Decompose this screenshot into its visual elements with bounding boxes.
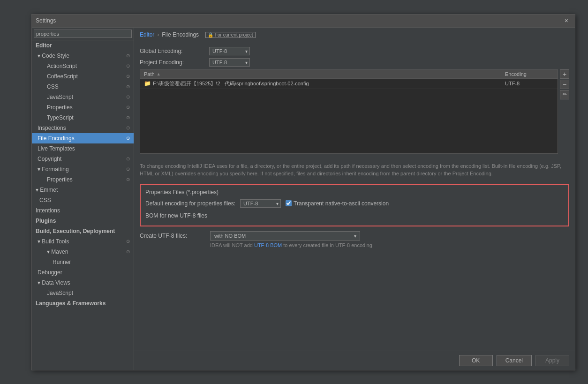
copy-icon: ⊙ bbox=[126, 125, 130, 130]
sidebar-item-emmet[interactable]: ▾ Emmet bbox=[32, 185, 134, 195]
project-encoding-select-wrapper: UTF-8 UTF-16 ISO-8859-1 bbox=[209, 58, 250, 67]
sidebar-item-build-tools[interactable]: ▾ Build Tools ⊙ bbox=[32, 236, 134, 247]
sidebar-item-build-exec[interactable]: Build, Execution, Deployment bbox=[32, 226, 134, 236]
info-text: To change encoding IntelliJ IDEA uses fo… bbox=[140, 160, 569, 180]
properties-section: Properties Files (*.properties) Default … bbox=[140, 184, 569, 226]
bom-note-link[interactable]: UTF-8 BOM bbox=[254, 242, 282, 248]
sidebar-item-live-templates[interactable]: Live Templates bbox=[32, 143, 134, 154]
settings-icon: ⊙ bbox=[126, 53, 130, 58]
sidebar-item-formatting[interactable]: ▾ Formatting ⊙ bbox=[32, 164, 134, 174]
sidebar-item-runner[interactable]: Runner bbox=[32, 257, 134, 267]
transparent-checkbox-label[interactable]: Transparent native-to-ascii conversion bbox=[286, 200, 389, 207]
breadcrumb-current: File Encodings bbox=[162, 31, 199, 38]
sidebar-item-properties2[interactable]: Properties ⊙ bbox=[32, 174, 134, 185]
bom-row: Create UTF-8 files: with NO BOM with BOM bbox=[140, 231, 569, 241]
sidebar-item-label: ▾ Emmet bbox=[36, 187, 58, 193]
sidebar-item-inspections[interactable]: Inspections ⊙ bbox=[32, 123, 134, 133]
copy-icon: ⊙ bbox=[126, 177, 130, 182]
copy-icon: ⊙ bbox=[126, 74, 130, 79]
global-encoding-select-wrapper: UTF-8 UTF-16 ISO-8859-1 bbox=[209, 47, 250, 55]
properties-section-title: Properties Files (*.properties) bbox=[145, 189, 564, 196]
breadcrumb-editor[interactable]: Editor bbox=[140, 31, 154, 38]
sidebar-item-label: Copyright bbox=[38, 156, 61, 162]
sidebar-item-editor[interactable]: Editor bbox=[32, 40, 134, 51]
global-encoding-label: Global Encoding: bbox=[140, 48, 205, 54]
sidebar-item-label: ▾ Build Tools bbox=[38, 238, 69, 245]
path-value: F:\班级管理\西开【19525】\2_ 代码\springboot\sprin… bbox=[153, 80, 309, 87]
project-label: 🔒 For current project bbox=[205, 32, 255, 38]
sidebar-item-javascript2[interactable]: JavaScript bbox=[32, 288, 134, 298]
sidebar-item-label: ActionScript bbox=[47, 63, 77, 69]
add-path-button[interactable]: + bbox=[560, 69, 569, 79]
sidebar-item-label: CSS bbox=[39, 197, 51, 203]
sidebar-item-label: Languages & Frameworks bbox=[36, 300, 106, 307]
sidebar-item-properties[interactable]: Properties ⊙ bbox=[32, 102, 134, 113]
global-encoding-select[interactable]: UTF-8 UTF-16 ISO-8859-1 bbox=[209, 47, 250, 55]
sidebar-item-label: ▾ Data Views bbox=[38, 279, 70, 286]
close-button[interactable]: × bbox=[562, 16, 571, 25]
sidebar-item-label: CSS bbox=[47, 83, 59, 90]
sidebar-item-code-style[interactable]: ▾ Code Style ⊙ bbox=[32, 51, 134, 61]
sidebar-item-css[interactable]: CSS ⊙ bbox=[32, 82, 134, 92]
col-path-header[interactable]: Path ▲ bbox=[140, 70, 501, 78]
sidebar-item-label: Live Templates bbox=[38, 145, 75, 152]
sidebar-item-label: Properties bbox=[47, 104, 73, 111]
sidebar-item-label: Plugins bbox=[36, 218, 56, 224]
bom-section: Create UTF-8 files: with NO BOM with BOM… bbox=[140, 231, 569, 248]
sidebar-search-container bbox=[32, 28, 134, 40]
edit-path-button[interactable]: ✏ bbox=[560, 90, 569, 99]
sidebar-item-css2[interactable]: CSS bbox=[32, 195, 134, 205]
remove-path-button[interactable]: − bbox=[560, 80, 569, 89]
transparent-checkbox[interactable] bbox=[286, 200, 292, 206]
sidebar-item-copyright[interactable]: Copyright ⊙ bbox=[32, 154, 134, 164]
sidebar-item-coffeescript[interactable]: CoffeeScript ⊙ bbox=[32, 71, 134, 82]
col-encoding-header[interactable]: Encoding bbox=[501, 70, 558, 78]
sidebar-item-data-views[interactable]: ▾ Data Views bbox=[32, 278, 134, 288]
sidebar-item-plugins[interactable]: Plugins bbox=[32, 216, 134, 226]
sidebar-search-input[interactable] bbox=[34, 30, 132, 38]
sidebar-item-label: TypeScript bbox=[47, 114, 74, 121]
bom-section-inner: BOM for new UTF-8 files bbox=[145, 212, 564, 219]
sidebar-item-label: Inspections bbox=[38, 125, 66, 131]
props-encoding-select[interactable]: UTF-8 ISO-8859-1 bbox=[240, 199, 281, 208]
path-cell: 📁 F:\班级管理\西开【19525】\2_ 代码\springboot\spr… bbox=[140, 79, 501, 88]
apply-button[interactable]: Apply bbox=[535, 355, 569, 366]
dialog-footer: OK Cancel Apply bbox=[134, 351, 575, 370]
ok-button[interactable]: OK bbox=[459, 355, 493, 366]
sidebar-item-file-encodings[interactable]: File Encodings ⊙ bbox=[32, 133, 134, 143]
cancel-button[interactable]: Cancel bbox=[497, 355, 532, 366]
sidebar-item-label: ▾ Code Style bbox=[38, 53, 69, 59]
table-area: Path ▲ Encoding 📁 bbox=[140, 69, 569, 158]
default-encoding-label: Default encoding for properties files: bbox=[145, 200, 235, 207]
project-encoding-label: Project Encoding: bbox=[140, 59, 205, 66]
table-row[interactable]: 📁 F:\班级管理\西开【19525】\2_ 代码\springboot\spr… bbox=[140, 79, 558, 89]
copy-icon: ⊙ bbox=[126, 156, 130, 161]
dialog-body: Editor ▾ Code Style ⊙ ActionScript ⊙ Cof… bbox=[32, 28, 575, 370]
breadcrumb: Editor › File Encodings 🔒 For current pr… bbox=[134, 28, 575, 42]
info-text-content: To change encoding IntelliJ IDEA uses fo… bbox=[140, 163, 561, 177]
sidebar-item-label: Runner bbox=[53, 259, 71, 265]
sidebar-item-label: File Encodings bbox=[38, 135, 75, 142]
dialog-title: Settings bbox=[36, 17, 56, 24]
sidebar-item-intentions[interactable]: Intentions bbox=[32, 205, 134, 216]
dialog-titlebar: Settings × bbox=[32, 15, 575, 28]
bom-create-select[interactable]: with NO BOM with BOM bbox=[210, 231, 360, 241]
sidebar-item-debugger[interactable]: Debugger bbox=[32, 267, 134, 278]
copy-icon: ⊙ bbox=[126, 239, 130, 244]
table-header: Path ▲ Encoding bbox=[140, 70, 558, 79]
bom-title: BOM for new UTF-8 files bbox=[145, 212, 564, 219]
path-table: Path ▲ Encoding 📁 bbox=[140, 69, 558, 154]
sidebar-item-actionscript[interactable]: ActionScript ⊙ bbox=[32, 61, 134, 71]
sidebar-item-lang-frameworks[interactable]: Languages & Frameworks bbox=[32, 298, 134, 309]
sidebar-item-javascript[interactable]: JavaScript ⊙ bbox=[32, 92, 134, 102]
copy-icon: ⊙ bbox=[126, 84, 130, 89]
sidebar-item-label: CoffeeScript bbox=[47, 73, 78, 80]
transparent-label: Transparent native-to-ascii conversion bbox=[294, 200, 389, 207]
project-encoding-select[interactable]: UTF-8 UTF-16 ISO-8859-1 bbox=[209, 58, 250, 67]
sidebar-item-maven[interactable]: ▾ Maven ⊙ bbox=[32, 247, 134, 257]
table-toolbar: + − ✏ bbox=[560, 69, 569, 99]
table-body: 📁 F:\班级管理\西开【19525】\2_ 代码\springboot\spr… bbox=[140, 79, 558, 153]
copy-icon: ⊙ bbox=[126, 94, 130, 99]
sort-arrow-icon: ▲ bbox=[157, 72, 161, 76]
sidebar-item-typescript[interactable]: TypeScript ⊙ bbox=[32, 113, 134, 123]
